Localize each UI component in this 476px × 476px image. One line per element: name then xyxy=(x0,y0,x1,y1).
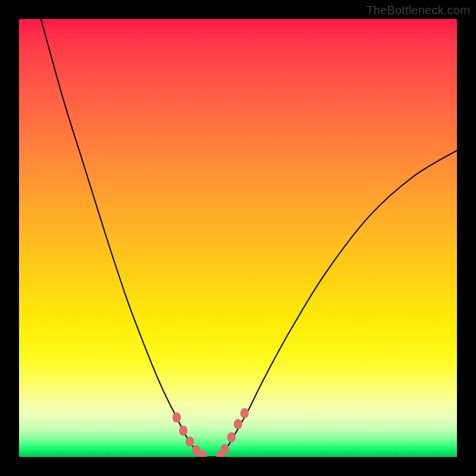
data-marker xyxy=(241,408,249,418)
data-marker xyxy=(221,444,228,454)
data-marker xyxy=(180,426,187,436)
data-marker xyxy=(234,419,242,429)
plot-area xyxy=(19,19,457,457)
data-marker xyxy=(199,451,207,457)
curve-layer xyxy=(19,19,457,457)
marker-group xyxy=(173,408,248,457)
left-branch-curve xyxy=(41,19,203,457)
right-branch-curve xyxy=(221,151,457,457)
data-marker xyxy=(227,433,235,442)
data-marker xyxy=(186,437,194,446)
chart-frame: TheBottleneck.com xyxy=(0,0,476,476)
watermark-text: TheBottleneck.com xyxy=(366,4,470,17)
data-marker xyxy=(173,413,180,422)
